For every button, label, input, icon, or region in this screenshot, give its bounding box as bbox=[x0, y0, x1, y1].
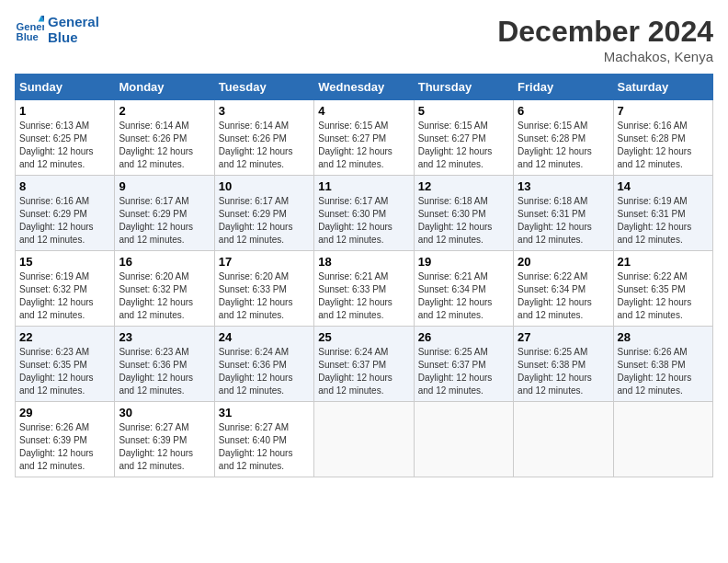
day-number: 19 bbox=[418, 255, 509, 269]
day-number: 12 bbox=[418, 179, 509, 193]
calendar-week-row: 29Sunrise: 6:26 AM Sunset: 6:39 PM Dayli… bbox=[16, 402, 713, 477]
month-title: December 2024 bbox=[497, 15, 713, 49]
calendar-week-row: 15Sunrise: 6:19 AM Sunset: 6:32 PM Dayli… bbox=[16, 251, 713, 327]
header-tuesday: Tuesday bbox=[214, 75, 313, 100]
day-number: 25 bbox=[318, 330, 409, 344]
calendar-cell: 16Sunrise: 6:20 AM Sunset: 6:32 PM Dayli… bbox=[115, 251, 214, 327]
calendar-cell: 25Sunrise: 6:24 AM Sunset: 6:37 PM Dayli… bbox=[314, 327, 414, 402]
calendar-cell: 17Sunrise: 6:20 AM Sunset: 6:33 PM Dayli… bbox=[214, 251, 313, 327]
day-number: 18 bbox=[318, 255, 409, 269]
day-number: 2 bbox=[119, 104, 210, 118]
calendar-cell: 26Sunrise: 6:25 AM Sunset: 6:37 PM Dayli… bbox=[414, 327, 513, 402]
day-info: Sunrise: 6:23 AM Sunset: 6:36 PM Dayligh… bbox=[119, 346, 210, 397]
day-info: Sunrise: 6:14 AM Sunset: 6:26 PM Dayligh… bbox=[219, 120, 310, 171]
calendar-cell: 10Sunrise: 6:17 AM Sunset: 6:29 PM Dayli… bbox=[214, 176, 313, 251]
calendar-cell: 11Sunrise: 6:17 AM Sunset: 6:30 PM Dayli… bbox=[314, 176, 414, 251]
calendar-cell: 9Sunrise: 6:17 AM Sunset: 6:29 PM Daylig… bbox=[115, 176, 214, 251]
calendar-week-row: 1Sunrise: 6:13 AM Sunset: 6:25 PM Daylig… bbox=[16, 100, 713, 176]
day-info: Sunrise: 6:19 AM Sunset: 6:31 PM Dayligh… bbox=[618, 195, 709, 247]
logo-text-line1: General bbox=[48, 15, 99, 30]
day-info: Sunrise: 6:24 AM Sunset: 6:37 PM Dayligh… bbox=[318, 346, 409, 397]
calendar-cell: 18Sunrise: 6:21 AM Sunset: 6:33 PM Dayli… bbox=[314, 251, 414, 327]
calendar-table: SundayMondayTuesdayWednesdayThursdayFrid… bbox=[15, 74, 713, 477]
day-number: 15 bbox=[19, 255, 110, 269]
day-info: Sunrise: 6:22 AM Sunset: 6:34 PM Dayligh… bbox=[518, 270, 609, 322]
day-info: Sunrise: 6:20 AM Sunset: 6:33 PM Dayligh… bbox=[219, 270, 310, 322]
day-number: 9 bbox=[119, 179, 210, 193]
day-number: 28 bbox=[618, 330, 709, 344]
day-info: Sunrise: 6:19 AM Sunset: 6:32 PM Dayligh… bbox=[19, 270, 110, 322]
day-number: 14 bbox=[618, 179, 709, 193]
calendar-cell: 24Sunrise: 6:24 AM Sunset: 6:36 PM Dayli… bbox=[214, 327, 313, 402]
header-friday: Friday bbox=[514, 75, 613, 100]
day-info: Sunrise: 6:25 AM Sunset: 6:37 PM Dayligh… bbox=[418, 346, 509, 397]
day-number: 24 bbox=[219, 330, 310, 344]
day-number: 10 bbox=[219, 179, 310, 193]
calendar-cell: 28Sunrise: 6:26 AM Sunset: 6:38 PM Dayli… bbox=[613, 327, 712, 402]
day-info: Sunrise: 6:20 AM Sunset: 6:32 PM Dayligh… bbox=[119, 270, 210, 322]
svg-text:Blue: Blue bbox=[17, 31, 39, 42]
header-sunday: Sunday bbox=[16, 75, 115, 100]
calendar-cell: 6Sunrise: 6:15 AM Sunset: 6:28 PM Daylig… bbox=[514, 100, 613, 176]
day-info: Sunrise: 6:21 AM Sunset: 6:34 PM Dayligh… bbox=[418, 270, 509, 322]
day-number: 26 bbox=[418, 330, 509, 344]
day-info: Sunrise: 6:16 AM Sunset: 6:28 PM Dayligh… bbox=[618, 120, 709, 171]
calendar-cell: 29Sunrise: 6:26 AM Sunset: 6:39 PM Dayli… bbox=[16, 402, 115, 477]
calendar-cell: 1Sunrise: 6:13 AM Sunset: 6:25 PM Daylig… bbox=[16, 100, 115, 176]
day-number: 3 bbox=[219, 104, 310, 118]
calendar-cell: 4Sunrise: 6:15 AM Sunset: 6:27 PM Daylig… bbox=[314, 100, 414, 176]
day-info: Sunrise: 6:18 AM Sunset: 6:31 PM Dayligh… bbox=[518, 195, 609, 247]
day-info: Sunrise: 6:17 AM Sunset: 6:30 PM Dayligh… bbox=[318, 195, 409, 247]
calendar-cell: 2Sunrise: 6:14 AM Sunset: 6:26 PM Daylig… bbox=[115, 100, 214, 176]
calendar-header-row: SundayMondayTuesdayWednesdayThursdayFrid… bbox=[16, 75, 713, 100]
calendar-cell: 7Sunrise: 6:16 AM Sunset: 6:28 PM Daylig… bbox=[613, 100, 712, 176]
header-wednesday: Wednesday bbox=[314, 75, 414, 100]
day-info: Sunrise: 6:21 AM Sunset: 6:33 PM Dayligh… bbox=[318, 270, 409, 322]
day-number: 8 bbox=[19, 179, 110, 193]
logo: General Blue General Blue bbox=[15, 15, 99, 45]
day-number: 11 bbox=[318, 179, 409, 193]
day-number: 20 bbox=[518, 255, 609, 269]
day-number: 5 bbox=[418, 104, 509, 118]
calendar-cell: 20Sunrise: 6:22 AM Sunset: 6:34 PM Dayli… bbox=[514, 251, 613, 327]
calendar-cell: 19Sunrise: 6:21 AM Sunset: 6:34 PM Dayli… bbox=[414, 251, 513, 327]
day-info: Sunrise: 6:27 AM Sunset: 6:40 PM Dayligh… bbox=[219, 421, 310, 473]
calendar-cell: 13Sunrise: 6:18 AM Sunset: 6:31 PM Dayli… bbox=[514, 176, 613, 251]
calendar-cell: 22Sunrise: 6:23 AM Sunset: 6:35 PM Dayli… bbox=[16, 327, 115, 402]
day-info: Sunrise: 6:23 AM Sunset: 6:35 PM Dayligh… bbox=[19, 346, 110, 397]
calendar-week-row: 22Sunrise: 6:23 AM Sunset: 6:35 PM Dayli… bbox=[16, 327, 713, 402]
calendar-cell: 3Sunrise: 6:14 AM Sunset: 6:26 PM Daylig… bbox=[214, 100, 313, 176]
location-title: Machakos, Kenya bbox=[497, 49, 713, 64]
day-info: Sunrise: 6:27 AM Sunset: 6:39 PM Dayligh… bbox=[119, 421, 210, 473]
day-info: Sunrise: 6:14 AM Sunset: 6:26 PM Dayligh… bbox=[119, 120, 210, 171]
day-number: 13 bbox=[518, 179, 609, 193]
day-info: Sunrise: 6:17 AM Sunset: 6:29 PM Dayligh… bbox=[119, 195, 210, 247]
day-info: Sunrise: 6:15 AM Sunset: 6:27 PM Dayligh… bbox=[418, 120, 509, 171]
calendar-cell: 31Sunrise: 6:27 AM Sunset: 6:40 PM Dayli… bbox=[214, 402, 313, 477]
day-number: 22 bbox=[19, 330, 110, 344]
day-info: Sunrise: 6:25 AM Sunset: 6:38 PM Dayligh… bbox=[518, 346, 609, 397]
day-info: Sunrise: 6:13 AM Sunset: 6:25 PM Dayligh… bbox=[19, 120, 110, 171]
day-info: Sunrise: 6:18 AM Sunset: 6:30 PM Dayligh… bbox=[418, 195, 509, 247]
day-number: 7 bbox=[618, 104, 709, 118]
page-header: General Blue General Blue December 2024 … bbox=[15, 15, 713, 64]
svg-text:General: General bbox=[17, 21, 44, 32]
calendar-cell: 23Sunrise: 6:23 AM Sunset: 6:36 PM Dayli… bbox=[115, 327, 214, 402]
title-area: December 2024 Machakos, Kenya bbox=[497, 15, 713, 64]
calendar-cell bbox=[613, 402, 712, 477]
logo-icon: General Blue bbox=[15, 16, 44, 45]
day-number: 30 bbox=[119, 406, 210, 419]
day-number: 31 bbox=[219, 406, 310, 419]
header-thursday: Thursday bbox=[414, 75, 513, 100]
day-info: Sunrise: 6:26 AM Sunset: 6:38 PM Dayligh… bbox=[618, 346, 709, 397]
calendar-cell: 21Sunrise: 6:22 AM Sunset: 6:35 PM Dayli… bbox=[613, 251, 712, 327]
header-monday: Monday bbox=[115, 75, 214, 100]
logo-text-line2: Blue bbox=[48, 30, 99, 46]
calendar-cell bbox=[414, 402, 513, 477]
day-info: Sunrise: 6:26 AM Sunset: 6:39 PM Dayligh… bbox=[19, 421, 110, 473]
day-number: 6 bbox=[518, 104, 609, 118]
day-info: Sunrise: 6:15 AM Sunset: 6:28 PM Dayligh… bbox=[518, 120, 609, 171]
calendar-week-row: 8Sunrise: 6:16 AM Sunset: 6:29 PM Daylig… bbox=[16, 176, 713, 251]
calendar-cell: 30Sunrise: 6:27 AM Sunset: 6:39 PM Dayli… bbox=[115, 402, 214, 477]
day-number: 16 bbox=[119, 255, 210, 269]
